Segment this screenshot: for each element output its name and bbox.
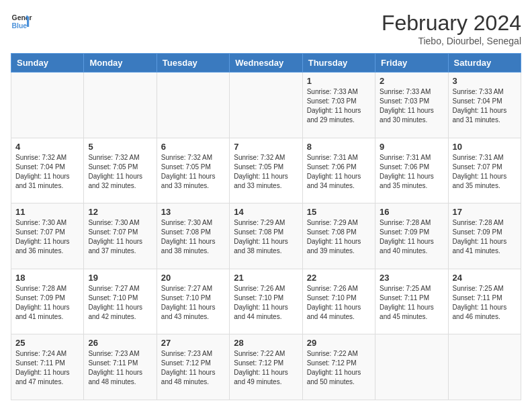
day-number: 24 xyxy=(453,273,517,283)
day-info: Sunrise: 7:28 AM Sunset: 7:09 PM Dayligh… xyxy=(15,284,79,322)
day-info: Sunrise: 7:23 AM Sunset: 7:12 PM Dayligh… xyxy=(161,349,225,387)
day-number: 7 xyxy=(234,142,298,152)
col-wednesday: Wednesday xyxy=(230,54,302,73)
day-cell: 12Sunrise: 7:30 AM Sunset: 7:07 PM Dayli… xyxy=(84,203,157,269)
day-info: Sunrise: 7:31 AM Sunset: 7:07 PM Dayligh… xyxy=(453,153,517,191)
day-cell xyxy=(375,334,448,400)
day-info: Sunrise: 7:32 AM Sunset: 7:04 PM Dayligh… xyxy=(15,153,79,191)
day-info: Sunrise: 7:26 AM Sunset: 7:10 PM Dayligh… xyxy=(307,284,371,322)
day-info: Sunrise: 7:30 AM Sunset: 7:07 PM Dayligh… xyxy=(15,218,79,256)
day-number: 16 xyxy=(380,207,443,217)
day-cell: 20Sunrise: 7:27 AM Sunset: 7:10 PM Dayli… xyxy=(157,269,229,334)
day-cell: 2Sunrise: 7:33 AM Sunset: 7:03 PM Daylig… xyxy=(375,73,448,138)
day-number: 19 xyxy=(88,273,152,283)
col-thursday: Thursday xyxy=(302,54,375,73)
col-monday: Monday xyxy=(84,54,157,73)
week-row-4: 18Sunrise: 7:28 AM Sunset: 7:09 PM Dayli… xyxy=(11,269,521,334)
day-info: Sunrise: 7:32 AM Sunset: 7:05 PM Dayligh… xyxy=(234,153,298,191)
day-info: Sunrise: 7:24 AM Sunset: 7:11 PM Dayligh… xyxy=(15,349,79,387)
day-number: 6 xyxy=(161,142,225,152)
day-number: 12 xyxy=(88,207,152,217)
day-number: 22 xyxy=(307,273,371,283)
day-number: 3 xyxy=(453,76,517,86)
day-number: 20 xyxy=(161,273,225,283)
day-info: Sunrise: 7:32 AM Sunset: 7:05 PM Dayligh… xyxy=(161,153,225,191)
day-cell: 7Sunrise: 7:32 AM Sunset: 7:05 PM Daylig… xyxy=(230,138,302,203)
day-info: Sunrise: 7:25 AM Sunset: 7:11 PM Dayligh… xyxy=(453,284,517,322)
day-number: 2 xyxy=(380,76,443,86)
day-number: 28 xyxy=(234,338,298,348)
week-row-3: 11Sunrise: 7:30 AM Sunset: 7:07 PM Dayli… xyxy=(11,203,521,269)
day-number: 21 xyxy=(234,273,298,283)
day-cell: 24Sunrise: 7:25 AM Sunset: 7:11 PM Dayli… xyxy=(448,269,521,334)
day-cell: 25Sunrise: 7:24 AM Sunset: 7:11 PM Dayli… xyxy=(11,334,84,400)
day-cell: 1Sunrise: 7:33 AM Sunset: 7:03 PM Daylig… xyxy=(302,73,375,138)
day-cell xyxy=(230,73,302,138)
col-sunday: Sunday xyxy=(11,54,84,73)
day-info: Sunrise: 7:33 AM Sunset: 7:04 PM Dayligh… xyxy=(453,87,517,125)
week-row-2: 4Sunrise: 7:32 AM Sunset: 7:04 PM Daylig… xyxy=(11,138,521,203)
day-number: 8 xyxy=(307,142,371,152)
day-info: Sunrise: 7:30 AM Sunset: 7:08 PM Dayligh… xyxy=(161,218,225,256)
day-cell: 23Sunrise: 7:25 AM Sunset: 7:11 PM Dayli… xyxy=(375,269,448,334)
location: Tiebo, Diourbel, Senegal xyxy=(382,36,521,46)
day-cell: 9Sunrise: 7:31 AM Sunset: 7:06 PM Daylig… xyxy=(375,138,448,203)
day-number: 23 xyxy=(380,273,443,283)
day-info: Sunrise: 7:22 AM Sunset: 7:12 PM Dayligh… xyxy=(234,349,298,387)
day-number: 29 xyxy=(307,338,371,348)
col-tuesday: Tuesday xyxy=(157,54,229,73)
day-info: Sunrise: 7:30 AM Sunset: 7:07 PM Dayligh… xyxy=(88,218,152,256)
day-cell: 8Sunrise: 7:31 AM Sunset: 7:06 PM Daylig… xyxy=(302,138,375,203)
day-number: 11 xyxy=(15,207,79,217)
day-info: Sunrise: 7:31 AM Sunset: 7:06 PM Dayligh… xyxy=(307,153,371,191)
day-number: 9 xyxy=(380,142,443,152)
day-number: 10 xyxy=(453,142,517,152)
day-number: 26 xyxy=(88,338,152,348)
day-info: Sunrise: 7:27 AM Sunset: 7:10 PM Dayligh… xyxy=(88,284,152,322)
day-cell xyxy=(84,73,157,138)
day-number: 4 xyxy=(15,142,79,152)
week-row-1: 1Sunrise: 7:33 AM Sunset: 7:03 PM Daylig… xyxy=(11,73,521,138)
day-info: Sunrise: 7:25 AM Sunset: 7:11 PM Dayligh… xyxy=(380,284,443,322)
day-cell: 11Sunrise: 7:30 AM Sunset: 7:07 PM Dayli… xyxy=(11,203,84,269)
day-number: 15 xyxy=(307,207,371,217)
day-cell: 18Sunrise: 7:28 AM Sunset: 7:09 PM Dayli… xyxy=(11,269,84,334)
day-info: Sunrise: 7:33 AM Sunset: 7:03 PM Dayligh… xyxy=(380,87,443,125)
day-cell: 3Sunrise: 7:33 AM Sunset: 7:04 PM Daylig… xyxy=(448,73,521,138)
svg-text:General: General xyxy=(12,14,32,21)
day-cell: 27Sunrise: 7:23 AM Sunset: 7:12 PM Dayli… xyxy=(157,334,229,400)
day-info: Sunrise: 7:27 AM Sunset: 7:10 PM Dayligh… xyxy=(161,284,225,322)
day-cell: 5Sunrise: 7:32 AM Sunset: 7:05 PM Daylig… xyxy=(84,138,157,203)
day-cell: 15Sunrise: 7:29 AM Sunset: 7:08 PM Dayli… xyxy=(302,203,375,269)
day-cell: 28Sunrise: 7:22 AM Sunset: 7:12 PM Dayli… xyxy=(230,334,302,400)
calendar-table: Sunday Monday Tuesday Wednesday Thursday… xyxy=(11,53,521,400)
week-row-5: 25Sunrise: 7:24 AM Sunset: 7:11 PM Dayli… xyxy=(11,334,521,400)
day-number: 1 xyxy=(307,76,371,86)
day-cell: 16Sunrise: 7:28 AM Sunset: 7:09 PM Dayli… xyxy=(375,203,448,269)
day-number: 14 xyxy=(234,207,298,217)
day-cell: 6Sunrise: 7:32 AM Sunset: 7:05 PM Daylig… xyxy=(157,138,229,203)
day-cell: 21Sunrise: 7:26 AM Sunset: 7:10 PM Dayli… xyxy=(230,269,302,334)
day-cell: 10Sunrise: 7:31 AM Sunset: 7:07 PM Dayli… xyxy=(448,138,521,203)
day-info: Sunrise: 7:29 AM Sunset: 7:08 PM Dayligh… xyxy=(234,218,298,256)
title-block: February 2024 Tiebo, Diourbel, Senegal xyxy=(382,11,521,46)
day-cell: 29Sunrise: 7:22 AM Sunset: 7:12 PM Dayli… xyxy=(302,334,375,400)
month-year: February 2024 xyxy=(382,11,521,36)
day-cell xyxy=(11,73,84,138)
day-info: Sunrise: 7:28 AM Sunset: 7:09 PM Dayligh… xyxy=(380,218,443,256)
day-info: Sunrise: 7:23 AM Sunset: 7:11 PM Dayligh… xyxy=(88,349,152,387)
day-number: 25 xyxy=(15,338,79,348)
day-info: Sunrise: 7:32 AM Sunset: 7:05 PM Dayligh… xyxy=(88,153,152,191)
day-cell xyxy=(448,334,521,400)
day-number: 27 xyxy=(161,338,225,348)
day-info: Sunrise: 7:22 AM Sunset: 7:12 PM Dayligh… xyxy=(307,349,371,387)
svg-text:Blue: Blue xyxy=(12,22,28,30)
day-info: Sunrise: 7:28 AM Sunset: 7:09 PM Dayligh… xyxy=(453,218,517,256)
day-cell: 14Sunrise: 7:29 AM Sunset: 7:08 PM Dayli… xyxy=(230,203,302,269)
col-saturday: Saturday xyxy=(448,54,521,73)
day-number: 18 xyxy=(15,273,79,283)
day-info: Sunrise: 7:31 AM Sunset: 7:06 PM Dayligh… xyxy=(380,153,443,191)
day-cell xyxy=(157,73,229,138)
day-info: Sunrise: 7:33 AM Sunset: 7:03 PM Dayligh… xyxy=(307,87,371,125)
day-cell: 26Sunrise: 7:23 AM Sunset: 7:11 PM Dayli… xyxy=(84,334,157,400)
